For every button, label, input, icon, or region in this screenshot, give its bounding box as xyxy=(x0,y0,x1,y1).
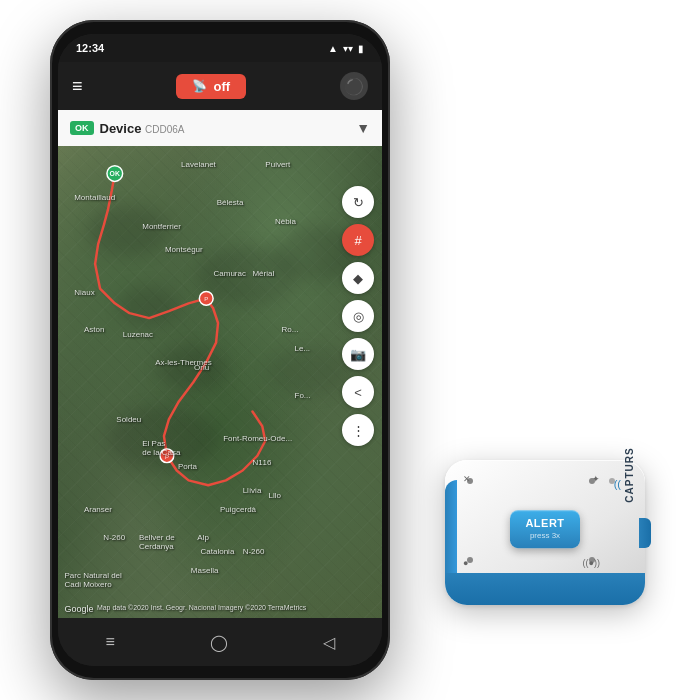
more-button[interactable]: ⋮ xyxy=(342,414,374,446)
bottom-nav: ≡ ◯ ◁ xyxy=(58,618,382,666)
capturs-logo: CAPTURS xyxy=(624,447,635,502)
dot-icon: ● xyxy=(463,558,468,568)
wifi-icon: ▾▾ xyxy=(343,43,353,54)
alert-label: ALERT xyxy=(525,518,564,531)
hamburger-icon[interactable]: ≡ xyxy=(72,76,83,97)
alert-button[interactable]: ALERT press 3x xyxy=(510,510,580,548)
signal-off-icon: 📡 xyxy=(192,79,207,93)
map-controls: ↻ # ◆ ◎ 📷 < ⋮ xyxy=(342,186,374,446)
settings-icon: ⚫ xyxy=(344,77,364,96)
device-dropdown-icon[interactable]: ▼ xyxy=(356,120,370,136)
layers-button[interactable]: ◆ xyxy=(342,262,374,294)
phone-screen: 12:34 ▲ ▾▾ ▮ ≡ 📡 off ⚫ OK xyxy=(58,34,382,666)
share-button[interactable]: < xyxy=(342,376,374,408)
device-bar[interactable]: OK Device CDD06A ▼ xyxy=(58,110,382,146)
camera-button[interactable]: 📷 xyxy=(342,338,374,370)
hash-button[interactable]: # xyxy=(342,224,374,256)
svg-text:P: P xyxy=(165,454,169,460)
target-button[interactable]: ◎ xyxy=(342,300,374,332)
press-label: press 3x xyxy=(530,531,560,540)
device-left-accent xyxy=(445,480,457,573)
device-bottom-strip xyxy=(445,573,645,605)
back-nav-icon[interactable]: ◁ xyxy=(323,633,335,652)
svg-text:P: P xyxy=(204,296,208,302)
side-button[interactable] xyxy=(639,518,651,548)
off-badge[interactable]: 📡 off xyxy=(176,74,246,99)
refresh-button[interactable]: ↻ xyxy=(342,186,374,218)
device-body: ALERT press 3x ✕ ● ✦ ((●)) CAPTURS (( xyxy=(445,460,645,605)
capturs-device: ALERT press 3x ✕ ● ✦ ((●)) CAPTURS (( xyxy=(445,460,645,605)
scene: 12:34 ▲ ▾▾ ▮ ≡ 📡 off ⚫ OK xyxy=(0,0,700,700)
signal-icon: ▲ xyxy=(328,43,338,54)
svg-text:OK: OK xyxy=(110,170,120,177)
menu-nav-icon[interactable]: ≡ xyxy=(105,633,114,651)
settings-button[interactable]: ⚫ xyxy=(340,72,368,100)
status-icons: ▲ ▾▾ ▮ xyxy=(328,43,364,54)
x-icon: ✕ xyxy=(463,474,471,484)
top-nav: ≡ 📡 off ⚫ xyxy=(58,62,382,110)
battery-icon: ▮ xyxy=(358,43,364,54)
device-code: CDD06A xyxy=(145,124,184,135)
device-name: Device CDD06A xyxy=(100,121,351,136)
capturs-wave-icon: (( xyxy=(614,478,621,490)
home-nav-icon[interactable]: ◯ xyxy=(210,633,228,652)
phone: 12:34 ▲ ▾▾ ▮ ≡ 📡 off ⚫ OK xyxy=(50,20,390,680)
status-time: 12:34 xyxy=(76,42,104,54)
map-area[interactable]: OK P P Montaillaud Lavelanet Puivert Bél… xyxy=(58,146,382,618)
wifi-small-icon: ((●)) xyxy=(583,558,600,568)
off-label: off xyxy=(213,79,230,94)
status-bar: 12:34 ▲ ▾▾ ▮ xyxy=(58,34,382,62)
route-path: OK P P xyxy=(58,146,382,618)
device-ok-badge: OK xyxy=(70,121,94,135)
bluetooth-icon: ✦ xyxy=(592,474,600,484)
